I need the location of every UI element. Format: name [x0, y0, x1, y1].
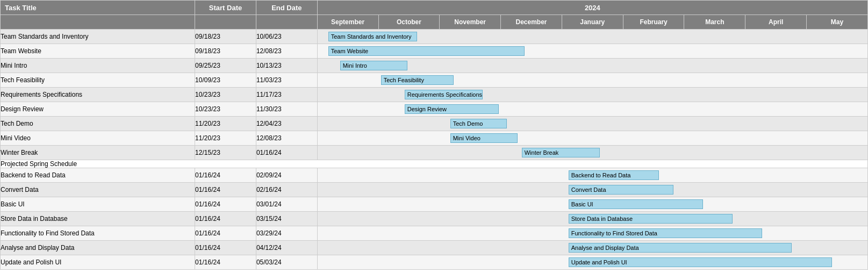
gantt-bar: Team Standards and Inventory [328, 32, 417, 41]
table-row: Tech Feasibility10/09/2311/03/23Tech Fea… [1, 73, 868, 88]
gantt-bar-cell: Design Review [317, 102, 867, 117]
table-row: Basic UI01/16/2403/01/24Basic UI [1, 197, 868, 212]
start-date-cell: 01/16/24 [195, 241, 256, 255]
table-row: Mini Video11/20/2312/08/23Mini Video [1, 131, 868, 146]
table-row: Team Standards and Inventory09/18/2310/0… [1, 30, 868, 44]
end-date-cell: 11/03/23 [256, 73, 317, 88]
gantt-table: Task Title Start Date End Date 2024 Sept… [0, 0, 868, 270]
month-mar: March [684, 15, 745, 30]
end-date-cell: 04/12/24 [256, 241, 317, 255]
end-date-cell: 03/29/24 [256, 226, 317, 241]
gantt-bar: Winter Break [522, 148, 600, 157]
month-sep: September [317, 15, 378, 30]
task-name-cell: Functionality to Find Stored Data [1, 226, 195, 241]
task-name-cell: Design Review [1, 102, 195, 117]
gantt-bar-cell: Functionality to Find Stored Data [317, 226, 867, 241]
end-date-cell: 03/01/24 [256, 197, 317, 212]
table-row: Tech Demo11/20/2312/04/23Tech Demo [1, 117, 868, 131]
task-name-cell: Mini Video [1, 131, 195, 146]
gantt-bar: Mini Video [450, 133, 518, 143]
end-date-cell: 03/15/24 [256, 212, 317, 226]
start-date-cell: 01/16/24 [195, 183, 256, 197]
end-date-cell: 12/04/23 [256, 117, 317, 131]
end-date-cell: 01/16/24 [256, 146, 317, 160]
end-date-cell: 02/09/24 [256, 168, 317, 183]
gantt-bar: Tech Demo [450, 119, 507, 128]
gantt-bar-cell: Mini Intro [317, 59, 867, 73]
table-row: Functionality to Find Stored Data01/16/2… [1, 226, 868, 241]
start-date-cell: 10/23/23 [195, 102, 256, 117]
start-date-cell: 09/25/23 [195, 59, 256, 73]
header-months-row: September October November December Janu… [1, 15, 868, 30]
gantt-bar-cell: Winter Break [317, 146, 867, 160]
table-row: Analyse and Display Data01/16/2404/12/24… [1, 241, 868, 255]
task-name-cell: Team Standards and Inventory [1, 30, 195, 44]
gantt-bar: Mini Intro [340, 61, 407, 70]
gantt-bar: Tech Feasibility [381, 75, 454, 85]
gantt-bar: Analyse and Display Data [569, 243, 792, 253]
task-name-cell: Update and Polish UI [1, 255, 195, 270]
gantt-bar-cell: Convert Data [317, 183, 867, 197]
gantt-bar-cell: Basic UI [317, 197, 867, 212]
section-label: Projected Spring Schedule [1, 160, 868, 168]
gantt-bar-cell: Tech Feasibility [317, 73, 867, 88]
end-date-cell: 10/13/23 [256, 59, 317, 73]
task-col-spacer [1, 15, 195, 30]
gantt-bar-cell: Backend to Read Data [317, 168, 867, 183]
end-date-cell: 05/03/24 [256, 255, 317, 270]
end-date-header: End Date [256, 1, 317, 15]
gantt-bar-cell: Team Standards and Inventory [317, 30, 867, 44]
gantt-bar: Store Data in Database [569, 214, 733, 224]
start-date-cell: 01/16/24 [195, 255, 256, 270]
start-date-header: Start Date [195, 1, 256, 15]
month-nov: November [440, 15, 501, 30]
gantt-container: Task Title Start Date End Date 2024 Sept… [0, 0, 868, 270]
month-feb: February [623, 15, 684, 30]
gantt-bar-cell: Store Data in Database [317, 212, 867, 226]
gantt-bar: Convert Data [569, 185, 673, 195]
end-col-spacer [256, 15, 317, 30]
start-date-cell: 09/18/23 [195, 44, 256, 59]
gantt-bar: Functionality to Find Stored Data [569, 228, 762, 238]
task-name-cell: Analyse and Display Data [1, 241, 195, 255]
end-date-cell: 11/17/23 [256, 88, 317, 102]
end-date-cell: 10/06/23 [256, 30, 317, 44]
gantt-bar-cell: Analyse and Display Data [317, 241, 867, 255]
start-date-cell: 01/16/24 [195, 197, 256, 212]
gantt-bar: Backend to Read Data [569, 170, 659, 180]
month-apr: April [745, 15, 807, 30]
start-date-cell: 01/16/24 [195, 168, 256, 183]
gantt-bar-cell: Requirements Specifications [317, 88, 867, 102]
start-col-spacer [195, 15, 256, 30]
start-date-cell: 11/20/23 [195, 117, 256, 131]
table-row: Backend to Read Data01/16/2402/09/24Back… [1, 168, 868, 183]
task-name-cell: Tech Demo [1, 117, 195, 131]
gantt-bar-cell: Mini Video [317, 131, 867, 146]
gantt-bar-cell: Tech Demo [317, 117, 867, 131]
gantt-bar: Basic UI [569, 199, 703, 209]
start-date-cell: 10/23/23 [195, 88, 256, 102]
end-date-cell: 02/16/24 [256, 183, 317, 197]
year-header: 2024 [317, 1, 867, 15]
table-row: Requirements Specifications10/23/2311/17… [1, 88, 868, 102]
task-name-cell: Convert Data [1, 183, 195, 197]
start-date-cell: 01/16/24 [195, 226, 256, 241]
start-date-cell: 10/09/23 [195, 73, 256, 88]
month-may: May [807, 15, 868, 30]
gantt-bar-cell: Update and Polish UI [317, 255, 867, 270]
table-row: Convert Data01/16/2402/16/24Convert Data [1, 183, 868, 197]
gantt-bar-cell: Team Website [317, 44, 867, 59]
table-row: Mini Intro09/25/2310/13/23Mini Intro [1, 59, 868, 73]
end-date-cell: 11/30/23 [256, 102, 317, 117]
end-date-cell: 12/08/23 [256, 44, 317, 59]
month-dec: December [501, 15, 562, 30]
task-title-header: Task Title [1, 1, 195, 15]
start-date-cell: 01/16/24 [195, 212, 256, 226]
table-row: Update and Polish UI01/16/2405/03/24Upda… [1, 255, 868, 270]
section-row: Projected Spring Schedule [1, 160, 868, 168]
start-date-cell: 09/18/23 [195, 30, 256, 44]
table-row: Winter Break12/15/2301/16/24Winter Break [1, 146, 868, 160]
task-name-cell: Team Website [1, 44, 195, 59]
task-name-cell: Backend to Read Data [1, 168, 195, 183]
gantt-bar: Team Website [328, 46, 525, 56]
